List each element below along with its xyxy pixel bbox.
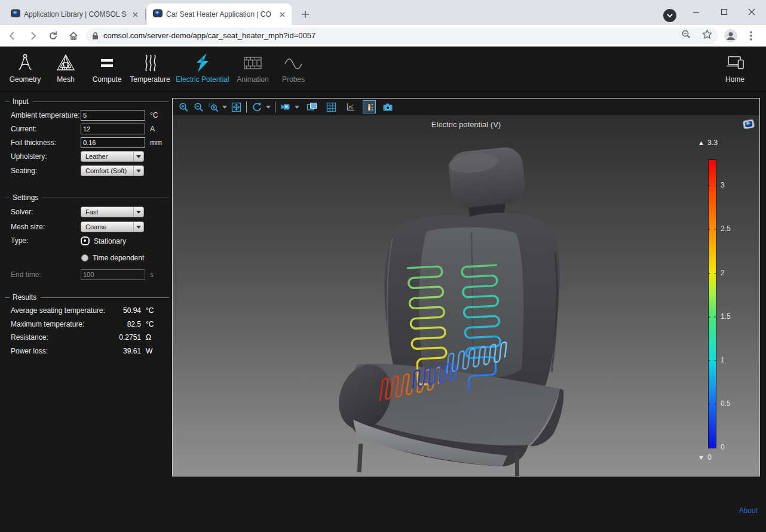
- zoom-box-caret-icon[interactable]: [222, 100, 228, 113]
- browser-tab-strip: Application Library | COMSOL Se Car Seat…: [0, 0, 766, 25]
- grid-icon[interactable]: [324, 100, 338, 113]
- chevron-down-icon: [133, 166, 143, 176]
- profile-avatar[interactable]: [723, 28, 739, 44]
- ambient-temperature-row: Ambient temperature: °C: [0, 108, 172, 122]
- scene-settings-icon[interactable]: [305, 100, 318, 113]
- devices-home-icon: [724, 51, 746, 74]
- forward-icon[interactable]: [25, 28, 41, 44]
- ribbon-geometry-button[interactable]: Geometry: [2, 51, 48, 88]
- plot-axes-icon[interactable]: [344, 100, 357, 113]
- zoom-extents-icon[interactable]: [229, 100, 243, 113]
- car-seat-3d-model: [173, 115, 759, 476]
- upholstery-row: Upholstery: Leather: [0, 149, 172, 164]
- end-time-input: [81, 269, 145, 280]
- address-bar[interactable]: comsol.com/server-demo/app/car_seat_heat…: [86, 27, 718, 44]
- type-row-2: Time dependent: [0, 251, 172, 265]
- color-legend-toggle[interactable]: [363, 100, 376, 113]
- ambient-temperature-input[interactable]: [81, 110, 145, 121]
- result-row-max-temp: Maximum temperature:82.5°C: [0, 318, 172, 331]
- result-row-power-loss: Power loss:39.61W: [0, 345, 172, 358]
- zoom-in-icon[interactable]: [177, 100, 190, 113]
- triangle-down-icon: ▼: [698, 454, 704, 461]
- legend-min-marker: ▼0: [698, 453, 712, 462]
- chevron-down-icon: [133, 222, 143, 232]
- home-icon[interactable]: [66, 28, 81, 44]
- zoom-out-icon[interactable]: [192, 100, 205, 113]
- browser-menu-icon[interactable]: [743, 28, 759, 44]
- plot-canvas[interactable]: Electric potential (V): [173, 115, 759, 476]
- result-row-average-temp: Average seating temperature:50.94°C: [0, 304, 172, 318]
- ribbon-animation-button: Animation: [230, 51, 275, 88]
- radio-on-icon: [81, 236, 90, 245]
- tab-application-library[interactable]: Application Library | COMSOL Se: [5, 4, 145, 25]
- zoom-box-icon[interactable]: [207, 100, 220, 113]
- geometry-compass-icon: [15, 51, 35, 74]
- upholstery-dropdown[interactable]: Leather: [81, 151, 144, 162]
- snapshot-camera-icon[interactable]: [381, 100, 394, 113]
- graphics-toolbar: [173, 99, 759, 115]
- result-row-resistance: Resistance:0.2751Ω: [0, 331, 172, 345]
- url-text: comsol.com/server-demo/app/car_seat_heat…: [103, 31, 681, 40]
- tab-close-icon[interactable]: [130, 10, 140, 19]
- end-time-row: End time: s: [0, 267, 172, 281]
- film-strip-icon: [242, 51, 263, 74]
- radio-off-icon: [81, 254, 88, 262]
- input-section-header: Input: [5, 97, 169, 106]
- ribbon-electric-potential-button[interactable]: Electric Potential: [176, 51, 229, 88]
- comsol-favicon: [11, 8, 20, 20]
- color-legend-bar: [708, 159, 718, 449]
- window-maximize-button[interactable]: [710, 0, 738, 24]
- lock-icon: [92, 32, 99, 40]
- browser-update-chevron-icon[interactable]: [663, 9, 676, 22]
- legend-tick: 1: [721, 356, 725, 364]
- legend-tick: 2.5: [721, 225, 731, 233]
- type-row: Type: Stationary: [0, 234, 172, 251]
- window-close-button[interactable]: [738, 0, 765, 24]
- seating-row: Seating: Comfort (Soft): [0, 164, 172, 178]
- radio-stationary[interactable]: Stationary: [81, 236, 145, 245]
- lightning-bolt-icon: [192, 51, 213, 74]
- solver-row: Solver: Fast: [0, 204, 172, 219]
- legend-tick: 0.5: [721, 399, 731, 408]
- settings-section-header: Settings: [5, 193, 169, 202]
- foil-thickness-input[interactable]: [81, 137, 145, 148]
- ribbon-mesh-button[interactable]: Mesh: [44, 51, 88, 88]
- about-link[interactable]: About: [739, 506, 758, 515]
- radio-time-dependent[interactable]: Time dependent: [81, 254, 145, 262]
- toolbar-separator: [275, 102, 275, 113]
- mesh-size-dropdown[interactable]: Coarse: [81, 222, 144, 232]
- legend-tick: 1.5: [721, 312, 731, 321]
- rotate-view-caret-icon[interactable]: [265, 100, 271, 113]
- current-input[interactable]: [81, 124, 145, 134]
- page-zoom-icon[interactable]: [681, 29, 691, 42]
- toolbar-separator: [246, 102, 247, 113]
- comsol-app: Geometry Mesh Compute Temperature Electr…: [0, 47, 766, 532]
- mesh-triangle-icon: [56, 51, 76, 74]
- foil-thickness-row: Foil thickness: mm: [0, 136, 172, 149]
- app-ribbon: Geometry Mesh Compute Temperature Electr…: [0, 47, 766, 92]
- ribbon-compute-button[interactable]: Compute: [85, 51, 129, 88]
- tab-title: Application Library | COMSOL Se: [24, 10, 127, 19]
- chevron-down-icon: [133, 207, 143, 217]
- chevron-down-icon: [133, 152, 143, 161]
- back-icon[interactable]: [5, 28, 20, 44]
- seating-dropdown[interactable]: Comfort (Soft): [81, 165, 144, 176]
- new-tab-button[interactable]: [299, 8, 312, 21]
- reload-icon[interactable]: [45, 28, 61, 44]
- graphics-panel: Electric potential (V): [172, 98, 760, 476]
- compute-equals-icon: [97, 51, 117, 74]
- default-view-caret-icon[interactable]: [294, 100, 300, 113]
- tab-title: Car Seat Heater Application | CO: [166, 10, 274, 19]
- legend-tick: 2: [721, 269, 725, 277]
- legend-tick: 3: [721, 181, 725, 189]
- ribbon-temperature-button[interactable]: Temperature: [126, 51, 174, 88]
- rotate-view-icon[interactable]: [250, 100, 263, 113]
- default-view-icon[interactable]: [279, 100, 292, 113]
- solver-dropdown[interactable]: Fast: [81, 207, 144, 217]
- legend-tick: 0: [721, 443, 725, 451]
- window-minimize-button[interactable]: [682, 0, 710, 24]
- tab-close-icon[interactable]: [277, 10, 287, 19]
- bookmark-star-icon[interactable]: [702, 29, 712, 42]
- ribbon-home-button[interactable]: Home: [712, 51, 758, 88]
- tab-car-seat-heater[interactable]: Car Seat Heater Application | CO: [147, 4, 292, 25]
